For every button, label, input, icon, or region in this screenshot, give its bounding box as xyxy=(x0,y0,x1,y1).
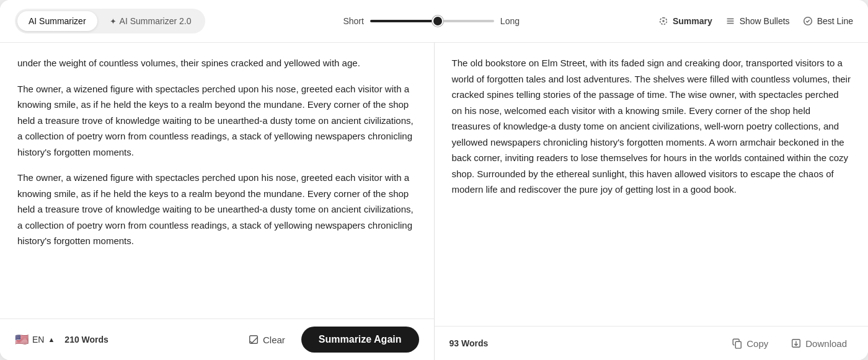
length-slider[interactable] xyxy=(370,20,494,22)
left-panel-footer: 🇺🇸 EN ▲ 210 Words Clear Summarize Again xyxy=(0,318,434,360)
view-summary[interactable]: Summary xyxy=(658,15,712,27)
language-badge[interactable]: 🇺🇸 EN ▲ xyxy=(15,333,55,346)
slider-short-label: Short xyxy=(343,16,363,26)
download-button[interactable]: Download xyxy=(784,334,853,353)
view-options: Summary Show Bullets Best Line xyxy=(658,15,853,27)
left-panel-text: under the weight of countless volumes, t… xyxy=(0,43,434,318)
tab-group: AI Summarizer ✦AI Summarizer 2.0 xyxy=(15,9,205,33)
view-bestline[interactable]: Best Line xyxy=(802,15,853,27)
right-panel-text: The old bookstore on Elm Street, with it… xyxy=(435,43,869,326)
chevron-up-icon: ▲ xyxy=(48,336,55,343)
right-word-count: 93 Words xyxy=(450,338,489,348)
left-text-para1: under the weight of countless volumes, t… xyxy=(17,55,417,71)
toolbar: AI Summarizer ✦AI Summarizer 2.0 Short L… xyxy=(0,0,868,43)
svg-point-0 xyxy=(662,20,665,22)
tab-ai-summarizer[interactable]: AI Summarizer xyxy=(17,11,97,31)
svg-rect-6 xyxy=(736,341,742,348)
right-text: The old bookstore on Elm Street, with it… xyxy=(452,55,851,198)
flag-icon: 🇺🇸 xyxy=(15,333,29,346)
slider-section: Short Long xyxy=(225,16,638,26)
content-area: under the weight of countless volumes, t… xyxy=(0,43,868,360)
summary-icon xyxy=(658,15,669,27)
left-word-count: 210 Words xyxy=(64,335,108,345)
left-panel: under the weight of countless volumes, t… xyxy=(0,43,435,360)
copy-icon xyxy=(732,338,743,349)
bullets-icon xyxy=(725,15,736,27)
clear-icon xyxy=(248,334,259,345)
app-container: AI Summarizer ✦AI Summarizer 2.0 Short L… xyxy=(0,0,868,360)
left-text-para3: The owner, a wizened figure with spectac… xyxy=(17,170,417,249)
copy-button[interactable]: Copy xyxy=(725,334,774,353)
right-panel-footer: 93 Words Copy Download xyxy=(435,326,869,360)
bestline-icon xyxy=(802,15,813,27)
language-label: EN xyxy=(32,335,44,345)
sparkle-icon: ✦ xyxy=(110,17,117,26)
summarize-again-button[interactable]: Summarize Again xyxy=(301,327,419,353)
slider-long-label: Long xyxy=(500,16,520,26)
tab-ai-summarizer2[interactable]: ✦AI Summarizer 2.0 xyxy=(99,11,203,31)
clear-button[interactable]: Clear xyxy=(242,330,291,349)
right-panel: The old bookstore on Elm Street, with it… xyxy=(435,43,869,360)
left-text-para2: The owner, a wizened figure with spectac… xyxy=(17,81,417,160)
download-icon xyxy=(790,338,802,349)
view-bullets[interactable]: Show Bullets xyxy=(725,15,790,27)
